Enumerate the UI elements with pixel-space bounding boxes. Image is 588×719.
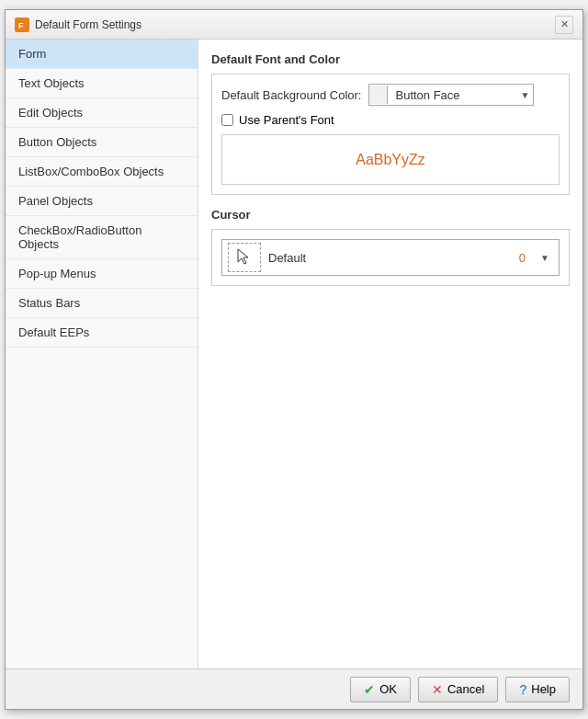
cursor-number: 0 xyxy=(519,251,529,265)
font-color-panel: Default Background Color: Button Face ▼ … xyxy=(211,74,570,195)
bg-color-row: Default Background Color: Button Face ▼ xyxy=(221,84,560,106)
sidebar-item-button-objects[interactable]: Button Objects xyxy=(6,128,198,157)
svg-text:F: F xyxy=(18,21,24,30)
help-icon: ? xyxy=(519,682,526,697)
close-button[interactable]: ✕ xyxy=(555,16,573,34)
sidebar-item-listbox-combobox[interactable]: ListBox/ComboBox Objects xyxy=(6,157,198,187)
cancel-button[interactable]: ✕ Cancel xyxy=(418,677,498,702)
title-bar-left: F Default Form Settings xyxy=(15,17,141,32)
bg-color-value: Button Face xyxy=(391,88,516,102)
cursor-icon-box xyxy=(228,243,261,272)
sidebar-item-form[interactable]: Form xyxy=(6,40,198,69)
cursor-arrow-icon xyxy=(234,247,254,268)
bg-color-select[interactable]: Button Face ▼ xyxy=(368,84,534,106)
use-parent-font-label: Use Parent's Font xyxy=(239,113,334,127)
sidebar-item-checkbox-radiobutton[interactable]: CheckBox/RadioButton Objects xyxy=(6,216,198,259)
cursor-section: Cursor Default 0 ▼ xyxy=(211,208,570,286)
color-swatch xyxy=(369,86,388,104)
ok-label: OK xyxy=(379,682,397,696)
dialog-body: Form Text Objects Edit Objects Button Ob… xyxy=(6,40,582,668)
use-parent-font-row: Use Parent's Font xyxy=(221,113,560,127)
dialog-window: F Default Form Settings ✕ Form Text Obje… xyxy=(5,9,583,710)
cancel-icon: ✕ xyxy=(432,682,443,697)
sidebar-item-status-bars[interactable]: Status Bars xyxy=(6,289,198,318)
bg-color-dropdown-arrow: ▼ xyxy=(517,90,534,100)
sidebar-item-default-eeps[interactable]: Default EEPs xyxy=(6,318,198,348)
title-bar: F Default Form Settings ✕ xyxy=(6,10,582,40)
cursor-label: Default xyxy=(268,251,512,265)
sidebar-item-edit-objects[interactable]: Edit Objects xyxy=(6,98,198,128)
svg-marker-2 xyxy=(238,249,248,264)
font-color-section: Default Font and Color Default Backgroun… xyxy=(211,52,570,195)
bg-color-label: Default Background Color: xyxy=(221,88,361,102)
sidebar-item-text-objects[interactable]: Text Objects xyxy=(6,69,198,98)
window-title: Default Form Settings xyxy=(35,18,141,31)
font-color-title: Default Font and Color xyxy=(211,52,570,66)
preview-text: AaBbYyZz xyxy=(356,152,425,168)
app-icon: F xyxy=(15,17,29,32)
font-preview-box: AaBbYyZz xyxy=(221,134,560,185)
cursor-panel: Default 0 ▼ xyxy=(211,229,570,286)
cursor-select-control[interactable]: Default 0 ▼ xyxy=(221,239,560,276)
main-content: Default Font and Color Default Backgroun… xyxy=(198,40,582,668)
ok-button[interactable]: ✔ OK xyxy=(350,677,411,702)
cursor-section-title: Cursor xyxy=(211,208,570,222)
cursor-dropdown-arrow: ▼ xyxy=(537,253,553,263)
sidebar-item-panel-objects[interactable]: Panel Objects xyxy=(6,187,198,216)
help-label: Help xyxy=(531,682,556,696)
help-button[interactable]: ? Help xyxy=(505,677,570,702)
cancel-label: Cancel xyxy=(447,682,484,696)
sidebar: Form Text Objects Edit Objects Button Ob… xyxy=(6,40,198,668)
sidebar-item-popup-menus[interactable]: Pop-up Menus xyxy=(6,259,198,289)
dialog-footer: ✔ OK ✕ Cancel ? Help xyxy=(6,668,582,709)
ok-icon: ✔ xyxy=(364,682,375,697)
use-parent-font-checkbox[interactable] xyxy=(221,114,233,126)
